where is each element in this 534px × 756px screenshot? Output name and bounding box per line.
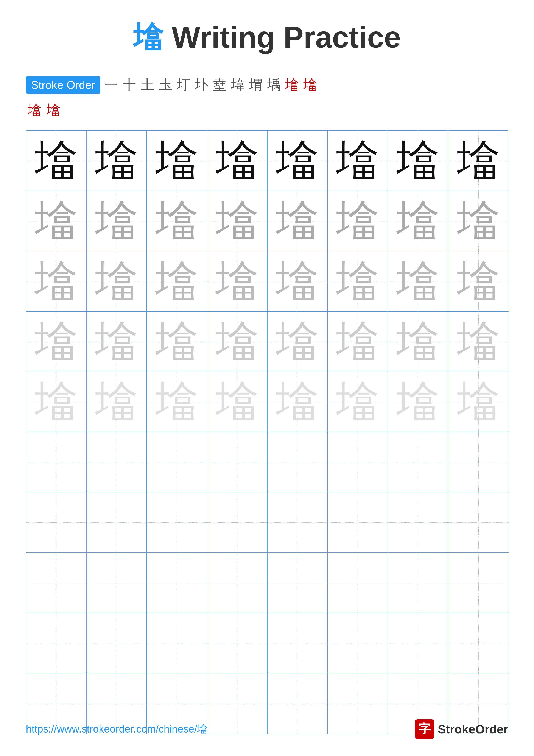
cell-character: 墖 [35, 320, 78, 363]
grid-cell [26, 613, 87, 673]
stroke-8: 㙔 [231, 75, 245, 94]
cell-character: 墖 [216, 199, 259, 242]
grid-cell: 墖 [26, 372, 87, 432]
grid-cell [328, 613, 388, 673]
grid-cell: 墖 [147, 191, 207, 251]
grid-cell [448, 493, 509, 553]
cell-character: 墖 [396, 260, 440, 303]
grid-cell [207, 613, 267, 673]
grid-cell [267, 493, 328, 553]
stroke-9: 㙕 [249, 75, 263, 94]
grid-cell [87, 553, 147, 613]
stroke-order-row: Stroke Order 一 十 土 圡 圢 圤 㙓 㙔 㙕 㙖 墖 墖 [26, 75, 508, 94]
grid-cell: 墖 [87, 131, 147, 191]
grid-cell: 墖 [388, 131, 448, 191]
stroke-order-label: Stroke Order [26, 76, 100, 94]
grid-cell [207, 432, 267, 493]
stroke-extra-1: 墖 [28, 101, 41, 120]
grid-cell: 墖 [448, 251, 509, 311]
cell-character: 墖 [155, 139, 198, 182]
grid-cell: 墖 [448, 372, 509, 432]
stroke-extra-2: 墖 [46, 101, 60, 120]
footer-url: https://www.strokeorder.com/chinese/墖 [26, 722, 207, 736]
grid-row: 墖墖墖墖墖墖墖墖 [26, 311, 508, 372]
footer-brand: 字 StrokeOrder [415, 719, 508, 739]
grid-row: 墖墖墖墖墖墖墖墖 [26, 131, 508, 191]
cell-character: 墖 [396, 199, 440, 242]
grid-cell: 墖 [448, 191, 509, 251]
practice-grid: 墖墖墖墖墖墖墖墖墖墖墖墖墖墖墖墖墖墖墖墖墖墖墖墖墖墖墖墖墖墖墖墖墖墖墖墖墖墖墖墖 [26, 130, 508, 734]
grid-cell: 墖 [328, 191, 388, 251]
grid-cell [388, 613, 448, 673]
grid-cell [328, 493, 388, 553]
grid-cell: 墖 [328, 251, 388, 311]
grid-cell [26, 553, 87, 613]
grid-cell [147, 432, 207, 493]
cell-character: 墖 [336, 139, 379, 182]
stroke-order-chars: 一 十 土 圡 圢 圤 㙓 㙔 㙕 㙖 墖 墖 [103, 75, 319, 94]
cell-character: 墖 [336, 320, 379, 363]
grid-row [26, 613, 508, 673]
cell-character: 墖 [155, 199, 198, 242]
grid-cell [147, 493, 207, 553]
title-suffix: Writing Practice [163, 20, 401, 54]
grid-cell: 墖 [26, 191, 87, 251]
grid-cell [147, 613, 207, 673]
grid-cell [267, 432, 328, 493]
cell-character: 墖 [457, 199, 500, 242]
stroke-6: 圤 [195, 75, 209, 94]
grid-cell: 墖 [147, 311, 207, 372]
grid-cell [328, 432, 388, 493]
cell-character: 墖 [216, 139, 259, 182]
grid-cell [267, 553, 328, 613]
grid-cell: 墖 [267, 131, 328, 191]
cell-character: 墖 [155, 260, 198, 303]
stroke-1: 一 [104, 75, 118, 94]
grid-row [26, 553, 508, 613]
grid-cell [207, 553, 267, 613]
grid-cell: 墖 [87, 191, 147, 251]
grid-cell [448, 432, 509, 493]
cell-character: 墖 [216, 260, 259, 303]
grid-row: 墖墖墖墖墖墖墖墖 [26, 251, 508, 311]
cell-character: 墖 [35, 199, 78, 242]
grid-cell [87, 432, 147, 493]
grid-cell: 墖 [87, 311, 147, 372]
page-title: 墖 Writing Practice [133, 17, 401, 58]
grid-cell [267, 613, 328, 673]
grid-cell: 墖 [207, 131, 267, 191]
cell-character: 墖 [336, 380, 379, 423]
cell-character: 墖 [35, 139, 78, 182]
grid-cell: 墖 [267, 191, 328, 251]
grid-cell: 墖 [26, 311, 87, 372]
grid-cell: 墖 [207, 191, 267, 251]
grid-cell: 墖 [87, 251, 147, 311]
cell-character: 墖 [457, 380, 500, 423]
grid-cell: 墖 [328, 131, 388, 191]
cell-character: 墖 [95, 139, 138, 182]
stroke-4: 圡 [159, 75, 172, 94]
grid-row: 墖墖墖墖墖墖墖墖 [26, 372, 508, 432]
grid-cell: 墖 [267, 372, 328, 432]
stroke-10: 㙖 [267, 75, 281, 94]
grid-cell: 墖 [26, 251, 87, 311]
grid-cell: 墖 [448, 311, 509, 372]
cell-character: 墖 [95, 260, 138, 303]
grid-cell: 墖 [267, 311, 328, 372]
grid-cell [388, 493, 448, 553]
page: 墖 Writing Practice Stroke Order 一 十 土 圡 … [0, 0, 534, 756]
grid-cell [207, 493, 267, 553]
brand-icon: 字 [415, 719, 434, 739]
grid-row: 墖墖墖墖墖墖墖墖 [26, 191, 508, 251]
cell-character: 墖 [276, 260, 319, 303]
cell-character: 墖 [216, 380, 259, 423]
grid-cell [87, 613, 147, 673]
grid-cell [87, 493, 147, 553]
grid-cell [388, 553, 448, 613]
grid-cell [388, 432, 448, 493]
cell-character: 墖 [336, 260, 379, 303]
grid-cell: 墖 [328, 311, 388, 372]
cell-character: 墖 [276, 199, 319, 242]
grid-cell [448, 553, 509, 613]
grid-cell [26, 493, 87, 553]
